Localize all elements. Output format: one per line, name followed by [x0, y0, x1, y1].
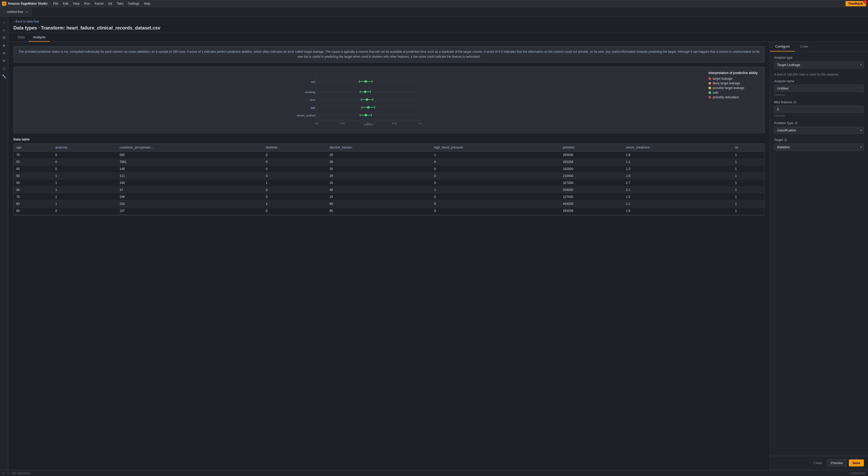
col-age[interactable]: age: [14, 144, 53, 152]
table-row: 9014704012040002.11: [14, 186, 764, 194]
tab-close-button[interactable]: ×: [26, 10, 28, 14]
content-area: ‹ Back to data flow Data types · Transfo…: [8, 17, 868, 470]
analysis-type-label: Analysis type: [774, 56, 864, 59]
problem-type-label: Problem Type i: [774, 121, 864, 125]
table-row: 75058202012650001.91: [14, 152, 764, 158]
sidebar-data-icon[interactable]: ⊛: [1, 50, 7, 56]
back-link[interactable]: ‹ Back to data flow: [13, 20, 863, 23]
chart-svg-area: column sex smoking time age serum_sodium: [18, 71, 703, 129]
problem-type-select-wrapper: classification regression: [774, 126, 864, 134]
svg-text:time: time: [310, 98, 315, 101]
status-left: 0: [3, 472, 4, 475]
analysis-name-note: Optional: [774, 93, 864, 96]
menu-view[interactable]: View: [71, 1, 82, 6]
legend-dot-likely-target-leakage: [709, 82, 711, 85]
menu-file[interactable]: File: [51, 1, 60, 6]
col-serum-creatinine[interactable]: serum_creatinine: [623, 144, 732, 152]
target-select[interactable]: diabetes age anaemia: [774, 143, 864, 151]
analysis-name-label: Analysis name: [774, 80, 864, 83]
table-row: 80112303513880009.41: [14, 214, 764, 216]
sidebar-home-icon[interactable]: ⌂: [1, 19, 7, 25]
problem-type-info-icon[interactable]: i: [794, 121, 798, 125]
menu-settings[interactable]: Settings: [126, 1, 141, 6]
sidebar-flow-icon[interactable]: ◈: [1, 42, 7, 49]
max-features-input[interactable]: [774, 106, 864, 113]
target-label: Target i: [774, 138, 864, 142]
col-high-bp[interactable]: high_blood_pressure: [432, 144, 560, 152]
status-git: Git: refreshing...: [12, 472, 32, 475]
tab-untitled-flow[interactable]: ~ untitled.flow ×: [0, 7, 32, 16]
problem-type-select[interactable]: classification regression: [774, 126, 864, 134]
col-anaemia[interactable]: anaemia: [53, 144, 117, 152]
tab-analysis[interactable]: Analysis: [29, 33, 50, 42]
col-diabetes[interactable]: diabetes: [263, 144, 327, 152]
tab-bar: ~ untitled.flow ×: [0, 7, 868, 17]
sidebar-tools-icon[interactable]: 🔧: [1, 73, 7, 80]
config-tab-configure[interactable]: Configure: [770, 42, 795, 52]
table-row: 65015706502633581.51: [14, 207, 764, 214]
legend-area: Interpretation of predictive ability tar…: [709, 71, 760, 129]
data-table: age anaemia creatinine_phosphokin... dia…: [14, 144, 764, 216]
table-row: 550786103802633581.11: [14, 158, 764, 166]
feedback-button[interactable]: 4 Feedback: [845, 1, 866, 6]
col-platelets[interactable]: platelets: [560, 144, 623, 152]
svg-text:0.25: 0.25: [340, 122, 345, 125]
sidebar-nodes-icon[interactable]: ⬡: [1, 65, 7, 72]
max-features-note: Optional: [774, 114, 864, 117]
target-select-wrapper: diabetes age anaemia: [774, 143, 864, 151]
legend-title: Interpretation of predictive ability: [709, 71, 760, 75]
sidebar-settings-icon[interactable]: ⚙: [1, 57, 7, 64]
tab-data[interactable]: Data: [13, 33, 29, 42]
config-body: Analysis type Target Leakage A limit of …: [770, 52, 868, 456]
legend-dot-target-leakage: [709, 77, 711, 80]
svg-point-20: [364, 91, 367, 93]
preview-button[interactable]: Preview: [827, 459, 846, 467]
col-creatinine[interactable]: creatinine_phosphokin...: [117, 144, 264, 152]
max-features-info-icon[interactable]: i: [793, 100, 797, 104]
max-features-label: Max features i: [774, 100, 864, 104]
save-button[interactable]: Save: [849, 459, 864, 467]
legend-likely-target-leakage: likely target leakage: [709, 82, 760, 85]
config-tabs: Configure Code: [770, 42, 868, 52]
clear-button[interactable]: Clear: [811, 459, 825, 467]
svg-point-16: [365, 80, 367, 83]
table-row: 50111102002100001.91: [14, 173, 764, 180]
main-layout: ⌂ ⚏ ⊞ ◈ ⊛ ⚙ ⬡ 🔧 ‹ Back to data flow Data…: [0, 17, 868, 470]
target-info-icon[interactable]: i: [784, 138, 787, 142]
analysis-type-select[interactable]: Target Leakage: [774, 61, 864, 68]
menu-tabs[interactable]: Tabs: [115, 1, 125, 6]
col-se[interactable]: se: [733, 144, 764, 152]
menu-git[interactable]: Git: [106, 1, 114, 6]
svg-text:sex: sex: [311, 80, 316, 83]
table-row: 75124601501270001.21: [14, 194, 764, 201]
max-features-group: Max features i Optional: [774, 100, 864, 117]
menu-edit[interactable]: Edit: [61, 1, 70, 6]
legend-possibly-target-leakage: possibly target leakage: [709, 86, 760, 90]
svg-text:1.0: 1.0: [418, 122, 422, 125]
target-group: Target i diabetes age anaemia: [774, 138, 864, 151]
notification-badge: 4: [863, 0, 867, 4]
config-footer: Clear Preview Save: [770, 456, 868, 470]
page-title: Data types · Transform: heart_failure_cl…: [13, 25, 863, 31]
legend-dot-possibly-target-leakage: [709, 87, 711, 89]
svg-point-32: [365, 114, 367, 116]
data-table-wrapper[interactable]: age anaemia creatinine_phosphokin... dia…: [13, 143, 765, 216]
analysis-name-input[interactable]: [774, 85, 864, 92]
sidebar-search-icon[interactable]: ⚏: [1, 26, 7, 33]
menu-run[interactable]: Run: [82, 1, 92, 6]
analysis-name-group: Analysis name Optional: [774, 80, 864, 96]
table-header-row: age anaemia creatinine_phosphokin... dia…: [14, 144, 764, 152]
config-panel: Configure Code Analysis type Target Leak…: [770, 42, 868, 470]
info-box: The provided predictive metric is roc, c…: [13, 46, 765, 63]
data-table-section: Data table age anaemia creatinine_phosph…: [13, 137, 765, 216]
sidebar-code-icon[interactable]: ⊞: [1, 34, 7, 41]
menu-kernel[interactable]: Kernel: [93, 1, 106, 6]
svg-text:0.5: 0.5: [367, 122, 370, 125]
menu-help[interactable]: Help: [142, 1, 153, 6]
col-ejection[interactable]: ejection_fraction: [327, 144, 432, 152]
svg-text:0.0: 0.0: [315, 122, 318, 125]
config-tab-code[interactable]: Code: [795, 42, 813, 52]
svg-text:age: age: [311, 106, 315, 109]
data-table-label: Data table: [13, 137, 765, 141]
svg-text:smoking: smoking: [305, 91, 315, 94]
